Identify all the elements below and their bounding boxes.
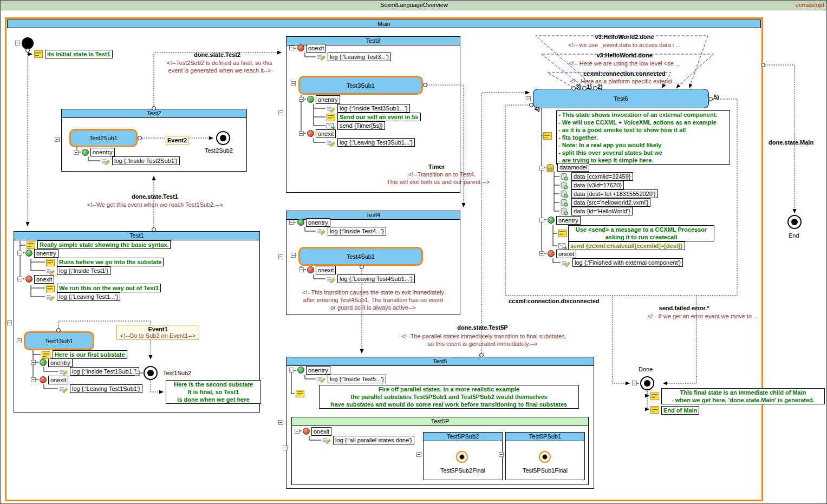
transition-event2[interactable]: Event2: [166, 136, 188, 145]
transition-done-state-main[interactable]: done.state.Main: [769, 139, 813, 146]
expander-icon[interactable]: [416, 452, 421, 457]
log-node[interactable]: log {:'Leaving Test4Sub1...'}: [337, 274, 415, 283]
transition-done-state-test1[interactable]: done.state.Test1: [125, 193, 185, 200]
note-node[interactable]: - This state shows invocation of an exte…: [556, 110, 730, 165]
log-node[interactable]: log {:'Inside Test5...'}: [328, 375, 386, 383]
log-node[interactable]: log {:'Inside Test1Sub1.'}: [70, 367, 139, 376]
state-test1sub1[interactable]: Test1Sub1: [24, 331, 94, 350]
transition-timer[interactable]: Timer: [423, 163, 450, 170]
expander-icon[interactable]: [15, 41, 20, 45]
expander-icon[interactable]: [17, 338, 22, 343]
expander-icon[interactable]: [499, 452, 504, 457]
log-node[interactable]: log {:'Leaving Test1...'}: [57, 292, 120, 301]
log-node[interactable]: log {:'Leaving Test3...'}: [328, 53, 391, 61]
data-node[interactable]: data {src='helloworld2.vxml'}: [571, 198, 650, 207]
log-node[interactable]: log {:'Leaving Test1Sub1'}: [70, 384, 142, 393]
initial-note[interactable]: its initial state is Test1: [45, 50, 113, 58]
log-node[interactable]: log {:'Leaving Test3Sub1...'}: [337, 138, 415, 147]
expander-icon[interactable]: [291, 253, 296, 258]
note-node[interactable]: This final state is an immediate child o…: [661, 388, 825, 404]
final-state-test5psub1final[interactable]: [539, 451, 551, 463]
transition-event1[interactable]: Event1 <!--Go to Sub2 on Event1-->: [116, 325, 199, 340]
onexit-node[interactable]: onexit: [316, 266, 336, 274]
expander-icon[interactable]: [295, 429, 299, 434]
final-state-done[interactable]: [640, 376, 654, 390]
expander-icon[interactable]: [74, 150, 79, 155]
onentry-node[interactable]: onentry: [34, 249, 58, 258]
expander-icon[interactable]: [31, 360, 36, 365]
port-handle[interactable]: [152, 106, 156, 110]
expander-icon[interactable]: [289, 220, 294, 225]
port-handle[interactable]: [761, 63, 765, 67]
port-handle[interactable]: [25, 48, 30, 53]
expander-icon[interactable]: [289, 368, 294, 372]
expander-icon[interactable]: [291, 81, 296, 86]
transition-done-state-test5p[interactable]: done.state.Test5P: [434, 324, 531, 331]
expander-icon[interactable]: [17, 277, 22, 282]
log-node[interactable]: log {:'all parallel states done'}: [333, 436, 414, 444]
expander-icon[interactable]: [55, 137, 60, 142]
onexit-node[interactable]: onexit: [48, 376, 68, 384]
onentry-node[interactable]: onentry: [306, 366, 330, 375]
onentry-node[interactable]: onentry: [316, 95, 340, 104]
expander-icon[interactable]: [299, 267, 304, 272]
log-node[interactable]: log {:'Finished with external component'…: [572, 258, 683, 267]
note-node[interactable]: End of Main: [661, 406, 699, 415]
log-node[interactable]: log {:'Inside Test2Sub1'}: [112, 156, 180, 165]
data-node[interactable]: data {v3id=17620}: [571, 181, 624, 189]
note-node[interactable]: Use <send> a message to a CCXML Processo…: [568, 225, 714, 241]
expander-icon[interactable]: [283, 446, 288, 450]
expander-icon[interactable]: [299, 131, 304, 136]
onentry-node[interactable]: onentry: [90, 148, 115, 156]
expander-icon[interactable]: [632, 381, 637, 385]
transition-conn-disconnected[interactable]: ccxml:connection.disconnected: [509, 298, 599, 304]
onexit-node[interactable]: onexit: [556, 250, 576, 258]
state-test4sub1[interactable]: Test4Sub1: [298, 247, 423, 266]
expander-icon[interactable]: [539, 251, 544, 256]
expander-icon[interactable]: [278, 254, 283, 259]
port-handle[interactable]: [479, 353, 484, 357]
log-node[interactable]: log {:'Inside Test3Sub1...'}: [337, 104, 410, 113]
expander-icon[interactable]: [539, 166, 544, 171]
onexit-node[interactable]: onexit: [34, 275, 54, 284]
port-handle[interactable]: [708, 97, 713, 101]
state-test2sub1[interactable]: Test2Sub1: [69, 129, 138, 147]
port-handle[interactable]: [138, 136, 142, 140]
expander-icon[interactable]: [135, 371, 140, 376]
expander-icon[interactable]: [299, 97, 304, 102]
onentry-node[interactable]: onentry: [306, 218, 330, 227]
onentry-node[interactable]: onentry: [556, 216, 581, 225]
note-node[interactable]: We run this on the way out of Test1: [57, 284, 161, 292]
onentry-node[interactable]: onentry: [48, 358, 73, 367]
onexit-node[interactable]: onexit: [311, 427, 331, 436]
port-handle[interactable]: [571, 86, 576, 90]
transition-done-state-test2[interactable]: done.state.Test2: [185, 51, 250, 58]
transition-conn-connected[interactable]: ccxml:connection.connected: [570, 70, 679, 77]
note-node[interactable]: Here is our first substate: [53, 350, 127, 359]
final-state-test5psub2final[interactable]: [456, 451, 468, 463]
transition-hw2-done[interactable]: v3:HelloWorld2.done: [570, 34, 679, 40]
port-handle[interactable]: [56, 328, 61, 332]
note-node[interactable]: Send our self an event in 5s: [337, 113, 421, 121]
expander-icon[interactable]: [526, 96, 531, 101]
port-handle[interactable]: [593, 86, 597, 90]
transition-hw-done[interactable]: v3:HelloWorld.done: [570, 52, 679, 58]
send-node[interactable]: send {ccxml:createcall[ccxmlid]=[dest]}: [568, 241, 685, 250]
final-state-test1sub2[interactable]: [144, 366, 158, 380]
send-node[interactable]: send {Timer[5s]}: [337, 121, 385, 130]
initial-state[interactable]: [22, 37, 34, 49]
data-node[interactable]: data {id='HelloWorld'}: [571, 207, 633, 215]
onexit-node[interactable]: onexit: [316, 129, 336, 138]
data-node[interactable]: data {dest='tel:+18315552020'}: [571, 189, 658, 198]
expander-icon[interactable]: [17, 251, 22, 256]
data-node[interactable]: data {ccxmlid=32459}: [571, 172, 633, 181]
onexit-node[interactable]: onexit: [306, 44, 326, 53]
expander-icon[interactable]: [539, 218, 544, 222]
transition-send-failed[interactable]: send.failed error.*: [641, 305, 727, 311]
state-test6[interactable]: Test6: [533, 89, 709, 108]
port-handle[interactable]: [582, 86, 587, 90]
expander-icon[interactable]: [7, 320, 12, 325]
port-handle[interactable]: [423, 83, 427, 87]
note-node[interactable]: Fire off parallel states. In a more real…: [319, 385, 579, 409]
port-handle[interactable]: [360, 265, 364, 269]
